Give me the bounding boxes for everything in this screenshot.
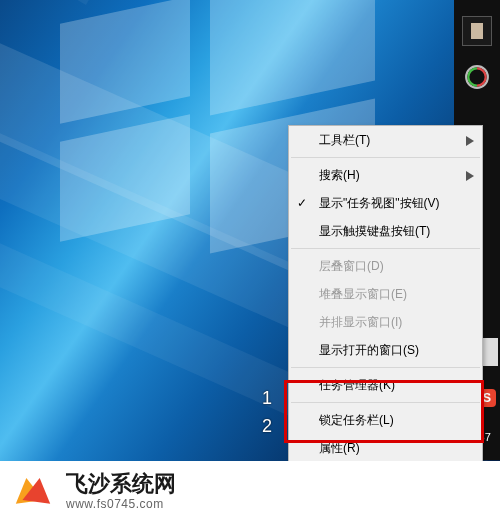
check-icon: ✓ (297, 196, 307, 210)
menu-item-show-taskview[interactable]: ✓ 显示"任务视图"按钮(V) (289, 189, 482, 217)
annotation-number-1: 1 (262, 388, 272, 409)
menu-label: 显示打开的窗口(S) (319, 342, 419, 359)
taskbar-context-menu: 工具栏(T) 搜索(H) ✓ 显示"任务视图"按钮(V) 显示触摸键盘按钮(T)… (288, 125, 483, 463)
menu-item-search[interactable]: 搜索(H) (289, 161, 482, 189)
menu-label: 层叠窗口(D) (319, 258, 384, 275)
menu-label: 工具栏(T) (319, 132, 370, 149)
submenu-arrow-icon (466, 135, 474, 149)
menu-label: 搜索(H) (319, 167, 360, 184)
menu-item-cascade: 层叠窗口(D) (289, 252, 482, 280)
menu-label: 并排显示窗口(I) (319, 314, 402, 331)
menu-item-lock-taskbar[interactable]: 锁定任务栏(L) (289, 406, 482, 434)
brand-title: 飞沙系统网 (66, 471, 176, 497)
menu-label: 任务管理器(K) (319, 377, 395, 394)
menu-item-show-touch-keyboard[interactable]: 显示触摸键盘按钮(T) (289, 217, 482, 245)
branding-footer: 飞沙系统网 www.fs0745.com (0, 461, 500, 521)
annotation-number-2: 2 (262, 416, 272, 437)
tray-app-icon-2[interactable] (462, 62, 492, 92)
menu-item-show-open-windows[interactable]: 显示打开的窗口(S) (289, 336, 482, 364)
brand-url: www.fs0745.com (66, 497, 176, 511)
menu-label: 显示"任务视图"按钮(V) (319, 195, 440, 212)
menu-label: 显示触摸键盘按钮(T) (319, 223, 430, 240)
tray-app-icon-1[interactable] (462, 16, 492, 46)
brand-logo-icon (18, 472, 56, 510)
submenu-arrow-icon (466, 170, 474, 184)
menu-item-toolbars[interactable]: 工具栏(T) (289, 126, 482, 154)
menu-label: 锁定任务栏(L) (319, 412, 394, 429)
menu-label: 属性(R) (319, 440, 360, 457)
menu-item-sidebyside: 并排显示窗口(I) (289, 308, 482, 336)
menu-item-stacked: 堆叠显示窗口(E) (289, 280, 482, 308)
menu-item-properties[interactable]: 属性(R) (289, 434, 482, 462)
menu-label: 堆叠显示窗口(E) (319, 286, 407, 303)
menu-item-task-manager[interactable]: 任务管理器(K) (289, 371, 482, 399)
